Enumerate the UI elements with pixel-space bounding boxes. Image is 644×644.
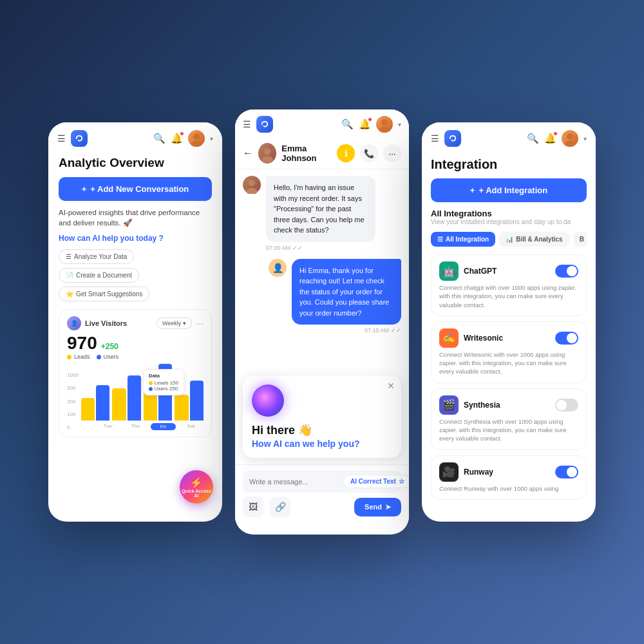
live-visitors-title: Live Visitors bbox=[85, 319, 127, 327]
send-button[interactable]: Send ➤ bbox=[354, 498, 401, 516]
hamburger-icon[interactable]: ☰ bbox=[243, 119, 251, 129]
ai-greeting: Hi there 👋 bbox=[252, 423, 392, 437]
chat-tools: 🖼 🔗 Send ➤ bbox=[243, 497, 401, 517]
ai-popup: ✕ Hi there 👋 How AI can we help you? bbox=[243, 375, 401, 458]
right-topbar: ☰ 🔍 🔔 ▾ bbox=[422, 122, 596, 152]
writesonic-logo: ✍️ bbox=[439, 328, 459, 348]
back-button[interactable]: ← bbox=[243, 147, 253, 159]
avatar[interactable] bbox=[562, 130, 578, 147]
hamburger-icon[interactable]: ☰ bbox=[431, 133, 439, 144]
avatar[interactable] bbox=[376, 116, 393, 133]
star-icon: ☆ bbox=[399, 478, 404, 485]
more-options[interactable]: ··· bbox=[196, 318, 204, 328]
integration-synthesia: 🎬 Synthesia Connect Synthesia with over … bbox=[431, 388, 587, 450]
chat-user-name: Emma Johnson bbox=[281, 144, 337, 163]
close-popup-button[interactable]: ✕ bbox=[387, 381, 395, 391]
analyze-icon: ☰ bbox=[66, 253, 71, 260]
center-phone: ☰ 🔍 🔔 ▾ bbox=[235, 109, 409, 535]
live-visitors-card: 👤 Live Visitors Weekly ▾ ··· 970 +250 bbox=[59, 309, 212, 437]
chevron-down-icon[interactable]: ▾ bbox=[583, 135, 587, 142]
x-label-fri: Fri bbox=[151, 423, 176, 430]
x-label-sat: Sat bbox=[178, 423, 204, 430]
bar-group-tue bbox=[81, 385, 110, 421]
notification-bell[interactable]: 🔔 bbox=[359, 118, 371, 130]
runway-toggle[interactable] bbox=[555, 466, 578, 478]
send-icon: ➤ bbox=[385, 503, 391, 511]
ai-orb bbox=[252, 384, 284, 417]
svg-point-0 bbox=[193, 133, 200, 140]
analytics-tab-icon: 📊 bbox=[506, 236, 513, 243]
users-bar bbox=[190, 381, 204, 421]
integration-writesonic: ✍️ Writesonic Connect Writesonic with ov… bbox=[431, 321, 587, 383]
weekly-filter[interactable]: Weekly ▾ bbox=[156, 317, 192, 329]
users-bar bbox=[128, 375, 141, 421]
chat-header: ← Emma Johnson ℹ 📞 ··· bbox=[235, 138, 409, 169]
svg-point-4 bbox=[264, 148, 271, 155]
integration-name: ChatGPT bbox=[464, 267, 497, 276]
notification-bell[interactable]: 🔔 bbox=[171, 133, 183, 144]
svg-point-9 bbox=[565, 141, 575, 147]
leads-bar bbox=[81, 398, 95, 421]
bar-chart: Data Leads 150 Users 250 bbox=[81, 363, 204, 421]
document-chip[interactable]: 📄 Create a Document bbox=[59, 268, 139, 283]
logo-icon bbox=[256, 116, 273, 133]
synthesia-toggle[interactable] bbox=[555, 399, 578, 412]
search-icon[interactable]: 🔍 bbox=[153, 133, 166, 144]
chevron-down-icon[interactable]: ▾ bbox=[398, 121, 401, 128]
analyze-chip[interactable]: ☰ Analyze Your Data bbox=[59, 249, 134, 264]
integration-name: Writesonic bbox=[464, 334, 503, 343]
bar-group-thu bbox=[112, 375, 141, 421]
ai-question: How can AI help you today ? bbox=[59, 234, 212, 243]
integration-chatgpt: 🤖 ChatGPT Connect chatgpt with over 1000… bbox=[431, 254, 587, 316]
tab-all-integration[interactable]: ☰ All Integration bbox=[431, 232, 495, 247]
notification-bell[interactable]: 🔔 bbox=[544, 133, 556, 144]
chevron-down-icon[interactable]: ▾ bbox=[210, 135, 213, 142]
all-tab-icon: ☰ bbox=[437, 236, 443, 243]
section-subtitle: View your installed integrations and sta… bbox=[431, 218, 587, 225]
info-button[interactable]: ℹ bbox=[337, 144, 355, 162]
plus-icon: + bbox=[470, 185, 475, 195]
leads-bar bbox=[112, 388, 126, 421]
leads-legend: Leads bbox=[74, 354, 90, 360]
svg-point-7 bbox=[246, 188, 258, 194]
writesonic-toggle[interactable] bbox=[555, 332, 578, 345]
chat-input-area: AI Correct Text ☆ 🖼 🔗 Send ➤ bbox=[235, 464, 409, 522]
quick-access-button[interactable]: ⚡ Quick Access AI bbox=[180, 470, 213, 504]
ai-description: AI-powered insights that drive performan… bbox=[59, 207, 212, 229]
right-phone: ☰ 🔍 🔔 ▾ bbox=[422, 122, 596, 522]
add-integration-button[interactable]: + + Add Integration bbox=[431, 178, 587, 202]
search-icon[interactable]: 🔍 bbox=[341, 118, 354, 130]
x-label-thu: Thu bbox=[123, 423, 148, 430]
search-icon[interactable]: 🔍 bbox=[527, 133, 539, 144]
ai-correct-button[interactable]: AI Correct Text ☆ bbox=[343, 475, 409, 488]
sender-avatar-right: 👤 bbox=[269, 259, 287, 277]
integration-name: Runway bbox=[464, 468, 493, 477]
image-button[interactable]: 🖼 bbox=[243, 497, 263, 517]
runway-logo: 🎥 bbox=[439, 462, 459, 482]
link-button[interactable]: 🔗 bbox=[270, 497, 290, 517]
section-title: All Integrations bbox=[431, 209, 587, 218]
chart-legend: Leads Users bbox=[67, 354, 204, 360]
tab-bill-analytics[interactable]: 📊 Bill & Analytics bbox=[499, 232, 569, 247]
avatar[interactable] bbox=[188, 130, 205, 147]
chatgpt-toggle[interactable] bbox=[555, 265, 578, 278]
call-button[interactable]: 📞 bbox=[360, 144, 378, 162]
incoming-time: 07:00 AM ✓✓ bbox=[266, 245, 375, 251]
svg-point-6 bbox=[249, 180, 255, 186]
page-title: Integration bbox=[431, 157, 587, 172]
outgoing-bubble: Hi Emma, thank you for reaching out! Let… bbox=[292, 259, 401, 325]
integration-runway: 🎥 Runway Connect Runway with over 1000 a… bbox=[431, 455, 587, 500]
tab-other[interactable]: B bbox=[573, 232, 587, 247]
message-input[interactable] bbox=[249, 478, 338, 486]
svg-point-3 bbox=[379, 127, 390, 133]
left-phone: ☰ 🔍 🔔 ▾ bbox=[48, 122, 222, 522]
hamburger-icon[interactable]: ☰ bbox=[57, 133, 66, 144]
add-conversation-button[interactable]: + + Add New Conversation bbox=[59, 177, 212, 201]
suggestions-chip[interactable]: ⭐ Get Smart Suggestions bbox=[59, 287, 149, 301]
more-button[interactable]: ··· bbox=[383, 144, 401, 162]
chat-user-avatar bbox=[258, 143, 276, 164]
tool-icons: 🖼 🔗 bbox=[243, 497, 290, 517]
svg-point-2 bbox=[381, 119, 388, 126]
filter-chevron: ▾ bbox=[183, 320, 186, 327]
x-label-tue: Tue bbox=[95, 423, 120, 430]
